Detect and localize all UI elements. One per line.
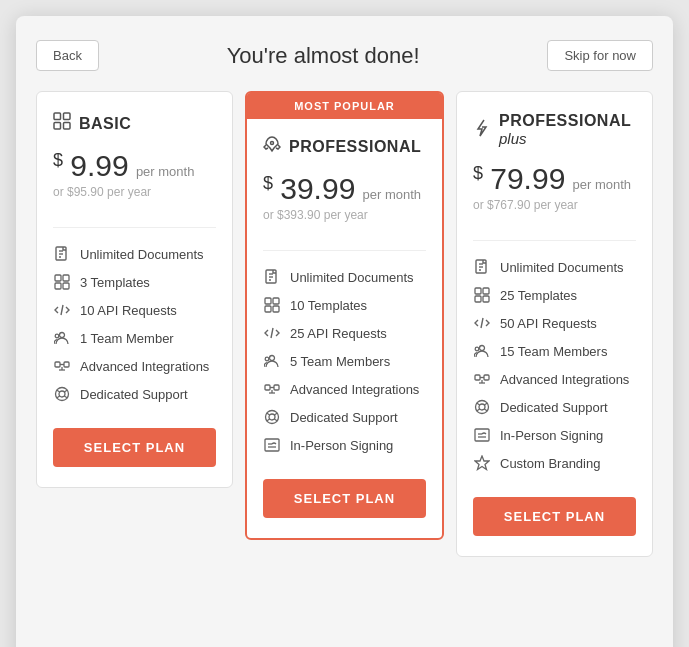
svg-point-62 [475, 347, 479, 351]
feature-item: Unlimited Documents [53, 240, 216, 268]
integrations-icon [473, 370, 491, 388]
svg-point-44 [269, 414, 275, 420]
plan-name-basic: BASIC [79, 115, 131, 133]
feature-text: 10 Templates [290, 298, 367, 313]
feature-item: 50 API Requests [473, 309, 636, 337]
svg-rect-34 [273, 306, 279, 312]
svg-rect-57 [483, 288, 489, 294]
svg-point-21 [59, 391, 65, 397]
plan-card-professional-plus: PROFESSIONAL plus $ 79.99 per month or $… [456, 91, 653, 557]
select-plan-button-professional[interactable]: SELECT PLAN [263, 479, 426, 518]
support-icon [263, 408, 281, 426]
support-icon [473, 398, 491, 416]
feature-item: 3 Templates [53, 268, 216, 296]
feature-text: Advanced Integrations [80, 359, 209, 374]
svg-line-45 [267, 413, 270, 415]
svg-rect-33 [265, 306, 271, 312]
integrations-icon [53, 357, 71, 375]
svg-line-23 [64, 390, 67, 392]
svg-line-72 [477, 409, 480, 411]
feature-text: Custom Branding [500, 456, 600, 471]
svg-rect-58 [475, 296, 481, 302]
feature-item: Dedicated Support [473, 393, 636, 421]
svg-line-70 [477, 403, 480, 405]
svg-rect-63 [475, 375, 480, 380]
feature-text: 15 Team Members [500, 344, 607, 359]
feature-text: 25 Templates [500, 288, 577, 303]
plan-header-basic: BASIC [53, 112, 216, 135]
back-button[interactable]: Back [36, 40, 99, 71]
feature-item: Advanced Integrations [473, 365, 636, 393]
svg-rect-11 [63, 283, 69, 289]
plan-divider-basic [53, 227, 216, 228]
plan-card-professional: MOST POPULAR PROFESSIONAL $ 39.99 per mo… [245, 91, 444, 540]
svg-rect-74 [475, 429, 489, 441]
feature-item: Unlimited Documents [263, 263, 426, 291]
plan-name-professional: PROFESSIONAL [289, 138, 421, 156]
price-per-basic: per month [136, 164, 195, 179]
plan-features-basic: Unlimited Documents 3 Templates 10 API R… [53, 240, 216, 408]
feature-item: 10 Templates [263, 291, 426, 319]
feature-item: In-Person Signing [473, 421, 636, 449]
svg-rect-1 [64, 113, 71, 120]
feature-item: 5 Team Members [263, 347, 426, 375]
feature-text: Unlimited Documents [290, 270, 414, 285]
plan-header-professional-plus: PROFESSIONAL plus [473, 112, 636, 148]
plans-container: BASIC $ 9.99 per month or $95.90 per yea… [36, 91, 653, 557]
feature-text: 10 API Requests [80, 303, 177, 318]
feature-text: 1 Team Member [80, 331, 174, 346]
branding-icon [473, 454, 491, 472]
svg-rect-3 [64, 123, 71, 130]
feature-text: Dedicated Support [500, 400, 608, 415]
svg-line-46 [274, 413, 277, 415]
feature-item: 1 Team Member [53, 324, 216, 352]
feature-item: 10 API Requests [53, 296, 216, 324]
plan-price-professional: $ 39.99 per month or $393.90 per year [263, 172, 426, 222]
most-popular-badge: MOST POPULAR [247, 93, 442, 119]
feature-item: Dedicated Support [263, 403, 426, 431]
svg-line-71 [484, 403, 487, 405]
document-icon [53, 245, 71, 263]
svg-point-26 [271, 142, 274, 145]
svg-line-25 [64, 396, 67, 398]
integrations-icon [263, 380, 281, 398]
price-per-professional-plus: per month [573, 177, 632, 192]
svg-rect-9 [63, 275, 69, 281]
feature-text: 5 Team Members [290, 354, 390, 369]
svg-line-73 [484, 409, 487, 411]
plan-name-professional-plus: PROFESSIONAL plus [499, 112, 636, 148]
feature-text: 25 API Requests [290, 326, 387, 341]
signing-icon [473, 426, 491, 444]
rocket-icon [263, 135, 281, 158]
feature-text: Advanced Integrations [500, 372, 629, 387]
plan-price-basic: $ 9.99 per month or $95.90 per year [53, 149, 216, 199]
skip-button[interactable]: Skip for now [547, 40, 653, 71]
grid-icon [53, 112, 71, 135]
feature-text: Unlimited Documents [80, 247, 204, 262]
feature-item: Custom Branding [473, 449, 636, 477]
svg-line-47 [267, 419, 270, 421]
feature-item: Unlimited Documents [473, 253, 636, 281]
plan-header-professional: PROFESSIONAL [263, 135, 426, 158]
svg-rect-56 [475, 288, 481, 294]
svg-rect-31 [265, 298, 271, 304]
feature-item: In-Person Signing [263, 431, 426, 459]
api-icon [263, 324, 281, 342]
price-amount-professional-plus: $ 79.99 per month [473, 162, 636, 196]
bolt-icon [473, 119, 491, 142]
svg-point-37 [265, 357, 269, 361]
select-plan-button-basic[interactable]: SELECT PLAN [53, 428, 216, 467]
support-icon [53, 385, 71, 403]
select-plan-button-professional-plus[interactable]: SELECT PLAN [473, 497, 636, 536]
svg-line-12 [61, 305, 63, 315]
feature-text: Unlimited Documents [500, 260, 624, 275]
price-amount-basic: $ 9.99 per month [53, 149, 216, 183]
feature-item: Advanced Integrations [53, 352, 216, 380]
feature-item: Dedicated Support [53, 380, 216, 408]
feature-item: 25 API Requests [263, 319, 426, 347]
feature-text: In-Person Signing [290, 438, 393, 453]
svg-rect-2 [54, 123, 61, 130]
svg-point-13 [60, 333, 65, 338]
template-icon [53, 273, 71, 291]
svg-rect-0 [54, 113, 61, 120]
